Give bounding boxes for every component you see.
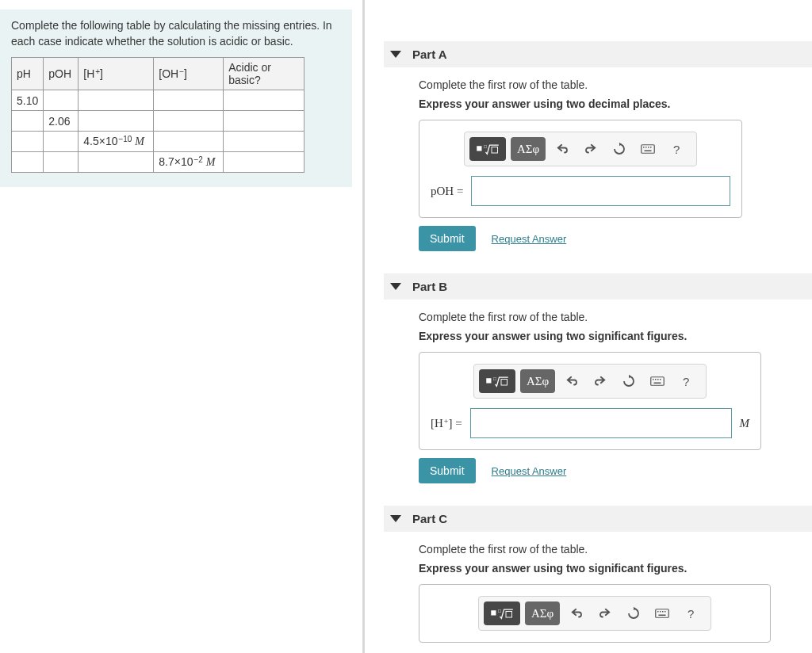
part-c-title: Part C (412, 512, 447, 525)
request-answer-link-a[interactable]: Request Answer (492, 233, 567, 245)
answer-box-c: □ ΑΣφ ? (419, 584, 771, 643)
answer-box-b: □ ΑΣφ ? [H+] = M (419, 352, 761, 450)
chevron-down-icon (390, 283, 401, 290)
redo-icon[interactable] (579, 137, 603, 161)
template-picker-button[interactable]: □ (484, 601, 520, 625)
col-poh: pOH (44, 58, 79, 90)
answer-box-a: □ ΑΣφ ? pOH = (419, 120, 742, 218)
table-row: 8.7×10−2 M (12, 152, 304, 173)
keyboard-icon[interactable] (650, 601, 674, 625)
submit-button-b[interactable]: Submit (419, 458, 476, 483)
symbols-button[interactable]: ΑΣφ (525, 601, 560, 625)
part-c-instr2: Express your answer using two significan… (419, 562, 812, 575)
svg-rect-26 (659, 615, 666, 617)
svg-rect-22 (657, 611, 659, 613)
chevron-down-icon (390, 515, 401, 522)
redo-icon[interactable] (588, 369, 612, 393)
svg-rect-11 (501, 380, 508, 386)
part-b-instr2: Express your answer using two significan… (419, 330, 812, 342)
svg-rect-5 (645, 147, 647, 148)
svg-rect-9 (486, 378, 491, 383)
col-ph: pH (12, 58, 44, 90)
svg-rect-13 (653, 379, 654, 380)
svg-rect-21 (656, 609, 669, 618)
part-a: Part A Complete the first row of the tab… (384, 41, 812, 251)
reset-icon[interactable] (607, 137, 631, 161)
svg-rect-25 (665, 611, 666, 613)
undo-icon[interactable] (560, 369, 584, 393)
svg-rect-23 (660, 611, 661, 613)
svg-rect-24 (662, 611, 664, 613)
question-panel: Complete the following table by calculat… (0, 0, 365, 653)
part-b-header[interactable]: Part B (384, 273, 812, 300)
undo-icon[interactable] (550, 137, 574, 161)
problem-table: pH pOH [H+] [OH−] Acidic or basic? 5.10 … (11, 57, 304, 173)
help-icon[interactable]: ? (665, 137, 688, 161)
part-c-instr1: Complete the first row of the table. (419, 543, 812, 556)
svg-text:□: □ (484, 143, 487, 149)
col-ab: Acidic or basic? (224, 58, 304, 90)
symbols-button[interactable]: ΑΣφ (520, 369, 555, 393)
svg-rect-4 (643, 147, 645, 148)
part-a-title: Part A (412, 48, 447, 61)
table-row: 4.5×10−10 M (12, 132, 304, 152)
part-b-instr1: Complete the first row of the table. (419, 311, 812, 323)
part-a-instr1: Complete the first row of the table. (419, 78, 812, 91)
help-icon[interactable]: ? (679, 601, 703, 625)
part-c: Part C Complete the first row of the tab… (384, 506, 812, 643)
answer-input-a[interactable] (471, 176, 730, 206)
svg-rect-16 (660, 379, 661, 380)
svg-rect-7 (650, 147, 652, 148)
svg-rect-2 (492, 147, 498, 154)
prompt-text: Complete the following table by calculat… (11, 17, 344, 49)
svg-rect-3 (642, 145, 655, 154)
submit-button-a[interactable]: Submit (419, 226, 476, 251)
prompt-box: Complete the following table by calculat… (0, 10, 352, 187)
answer-label-a: pOH = (431, 185, 463, 198)
table-row: 5.10 (12, 90, 304, 111)
symbols-button[interactable]: ΑΣφ (511, 137, 546, 161)
svg-rect-20 (506, 612, 512, 618)
svg-rect-12 (651, 377, 665, 386)
undo-icon[interactable] (565, 601, 588, 625)
template-picker-button[interactable]: □ (469, 137, 506, 161)
answer-label-b: [H+] = (431, 417, 462, 430)
svg-rect-18 (491, 610, 496, 615)
answer-unit-b: M (740, 417, 750, 430)
col-h: [H+] (79, 58, 154, 90)
svg-rect-8 (645, 151, 652, 152)
svg-text:□: □ (498, 608, 501, 613)
help-icon[interactable]: ? (674, 369, 698, 393)
answer-input-b[interactable] (470, 408, 732, 438)
svg-text:□: □ (493, 376, 496, 381)
svg-rect-17 (654, 383, 661, 384)
part-a-instr2: Express your answer using two decimal pl… (419, 97, 812, 110)
svg-rect-6 (648, 147, 649, 148)
part-a-header[interactable]: Part A (384, 41, 812, 67)
keyboard-icon[interactable] (636, 137, 660, 161)
svg-rect-14 (655, 379, 657, 380)
chevron-down-icon (390, 51, 401, 58)
table-row: 2.06 (12, 111, 304, 132)
part-b: Part B Complete the first row of the tab… (384, 273, 812, 483)
answer-panel: Part A Complete the first row of the tab… (365, 0, 812, 653)
toolbar-c: □ ΑΣφ ? (478, 596, 711, 631)
reset-icon[interactable] (617, 369, 641, 393)
reset-icon[interactable] (622, 601, 645, 625)
col-oh: [OH−] (154, 58, 224, 90)
request-answer-link-b[interactable]: Request Answer (492, 465, 567, 477)
keyboard-icon[interactable] (645, 369, 669, 393)
svg-rect-15 (657, 379, 659, 380)
toolbar-a: □ ΑΣφ ? (464, 132, 697, 166)
template-picker-button[interactable]: □ (479, 369, 515, 393)
svg-rect-0 (477, 146, 481, 151)
toolbar-b: □ ΑΣφ ? (473, 364, 707, 399)
part-c-header[interactable]: Part C (384, 506, 812, 532)
redo-icon[interactable] (593, 601, 617, 625)
part-b-title: Part B (412, 280, 447, 293)
